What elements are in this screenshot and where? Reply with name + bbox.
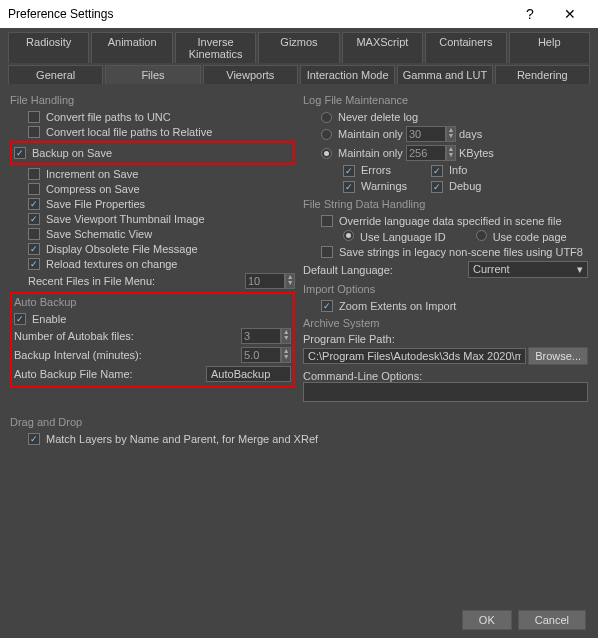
- inp-bak-name[interactable]: [206, 366, 291, 382]
- cb-override[interactable]: [321, 215, 333, 227]
- cb-comp-save[interactable]: [28, 183, 40, 195]
- inp-days[interactable]: [406, 126, 446, 142]
- cb-backup-save[interactable]: [14, 147, 26, 159]
- ra-uselang[interactable]: [343, 230, 354, 241]
- tab-viewports[interactable]: Viewports: [203, 65, 298, 84]
- highlight-backup: Backup on Save: [10, 141, 295, 165]
- lbl-deflang: Default Language:: [303, 264, 393, 276]
- tab-general[interactable]: General: [8, 65, 103, 84]
- left-column: File Handling Convert file paths to UNC …: [10, 90, 295, 402]
- lbl-save-schem: Save Schematic View: [46, 228, 152, 240]
- lbl-never: Never delete log: [338, 111, 418, 123]
- ra-never[interactable]: [321, 112, 332, 123]
- lbl-convert-rel: Convert local file paths to Relative: [46, 126, 212, 138]
- cb-save-schem[interactable]: [28, 228, 40, 240]
- inp-kb[interactable]: [406, 145, 446, 161]
- lbl-bak-name: Auto Backup File Name:: [14, 368, 133, 380]
- lbl-warnings: Warnings: [361, 180, 407, 192]
- lbl-convert-unc: Convert file paths to UNC: [46, 111, 171, 123]
- lbl-save-thumb: Save Viewport Thumbnail Image: [46, 213, 205, 225]
- right-column: Log File Maintenance Never delete log Ma…: [303, 90, 588, 402]
- tab-bar: Radiosity Animation Inverse Kinematics G…: [0, 28, 598, 84]
- lbl-zoom: Zoom Extents on Import: [339, 300, 456, 312]
- cb-debug[interactable]: [431, 181, 443, 193]
- tab-interaction[interactable]: Interaction Mode: [300, 65, 395, 84]
- cb-convert-rel[interactable]: [28, 126, 40, 138]
- spin-icon[interactable]: ▲▼: [446, 126, 456, 142]
- tab-files[interactable]: Files: [105, 65, 200, 84]
- ra-maint-kb[interactable]: [321, 148, 332, 159]
- cb-inc-save[interactable]: [28, 168, 40, 180]
- cb-saveutf[interactable]: [321, 246, 333, 258]
- logfile-title: Log File Maintenance: [303, 94, 588, 106]
- tab-ik[interactable]: Inverse Kinematics: [175, 32, 256, 63]
- lbl-saveutf: Save strings in legacy non-scene files u…: [339, 246, 583, 258]
- autobackup-title: Auto Backup: [14, 296, 291, 308]
- lbl-override: Override language data specified in scen…: [339, 215, 562, 227]
- inp-cmdline[interactable]: [303, 382, 588, 402]
- tab-gizmos[interactable]: Gizmos: [258, 32, 339, 63]
- spin-icon[interactable]: ▲▼: [281, 328, 291, 344]
- dragdrop-title: Drag and Drop: [10, 416, 588, 428]
- cb-info[interactable]: [431, 165, 443, 177]
- inp-progpath[interactable]: [303, 348, 526, 364]
- cb-enable-autobak[interactable]: [14, 313, 26, 325]
- cb-convert-unc[interactable]: [28, 111, 40, 123]
- tab-radiosity[interactable]: Radiosity: [8, 32, 89, 63]
- lbl-interval: Backup Interval (minutes):: [14, 349, 142, 361]
- lbl-debug: Debug: [449, 180, 481, 192]
- chevron-down-icon: ▾: [577, 263, 583, 276]
- lbl-match: Match Layers by Name and Parent, for Mer…: [46, 433, 318, 445]
- inp-num-autobak[interactable]: [241, 328, 281, 344]
- cb-save-thumb[interactable]: [28, 213, 40, 225]
- cb-reload-tex[interactable]: [28, 258, 40, 270]
- tab-containers[interactable]: Containers: [425, 32, 506, 63]
- content: File Handling Convert file paths to UNC …: [0, 84, 598, 408]
- ra-maint-days[interactable]: [321, 129, 332, 140]
- cb-disp-obs[interactable]: [28, 243, 40, 255]
- tab-maxscript[interactable]: MAXScript: [342, 32, 423, 63]
- lbl-num-autobak: Number of Autobak files:: [14, 330, 134, 342]
- ra-usecode[interactable]: [476, 230, 487, 241]
- inp-interval[interactable]: [241, 347, 281, 363]
- lbl-kb: KBytes: [459, 147, 494, 159]
- lbl-maint-days: Maintain only: [338, 128, 403, 140]
- close-icon[interactable]: ✕: [550, 6, 590, 22]
- cb-zoom[interactable]: [321, 300, 333, 312]
- tab-animation[interactable]: Animation: [91, 32, 172, 63]
- cb-errors[interactable]: [343, 165, 355, 177]
- spin-icon[interactable]: ▲▼: [281, 347, 291, 363]
- lbl-comp-save: Compress on Save: [46, 183, 140, 195]
- cancel-button[interactable]: Cancel: [518, 610, 586, 630]
- lbl-progpath: Program File Path:: [303, 333, 588, 345]
- file-handling-title: File Handling: [10, 94, 295, 106]
- lbl-info: Info: [449, 164, 467, 176]
- tab-help[interactable]: Help: [509, 32, 590, 63]
- import-title: Import Options: [303, 283, 588, 295]
- sel-deflang[interactable]: Current▾: [468, 261, 588, 278]
- lbl-maint-kb: Maintain only: [338, 147, 403, 159]
- lbl-usecode: Use code page: [493, 231, 567, 243]
- browse-button[interactable]: Browse...: [528, 347, 588, 365]
- highlight-autobackup: Auto Backup Enable Number of Autobak fil…: [10, 292, 295, 388]
- cb-save-props[interactable]: [28, 198, 40, 210]
- dragdrop-section: Drag and Drop Match Layers by Name and P…: [0, 408, 598, 451]
- inp-recent[interactable]: [245, 273, 285, 289]
- ok-button[interactable]: OK: [462, 610, 512, 630]
- lbl-recent: Recent Files in File Menu:: [28, 275, 155, 287]
- filestring-title: File String Data Handling: [303, 198, 588, 210]
- tab-gamma[interactable]: Gamma and LUT: [397, 65, 492, 84]
- window-title: Preference Settings: [8, 7, 510, 21]
- spin-icon[interactable]: ▲▼: [285, 273, 295, 289]
- cb-match[interactable]: [28, 433, 40, 445]
- help-icon[interactable]: ?: [510, 6, 550, 22]
- tab-rendering[interactable]: Rendering: [495, 65, 590, 84]
- lbl-uselang: Use Language ID: [360, 231, 446, 243]
- lbl-save-props: Save File Properties: [46, 198, 145, 210]
- lbl-days: days: [459, 128, 482, 140]
- cb-warnings[interactable]: [343, 181, 355, 193]
- lbl-backup-save: Backup on Save: [32, 147, 112, 159]
- archive-title: Archive System: [303, 317, 588, 329]
- lbl-errors: Errors: [361, 164, 391, 176]
- spin-icon[interactable]: ▲▼: [446, 145, 456, 161]
